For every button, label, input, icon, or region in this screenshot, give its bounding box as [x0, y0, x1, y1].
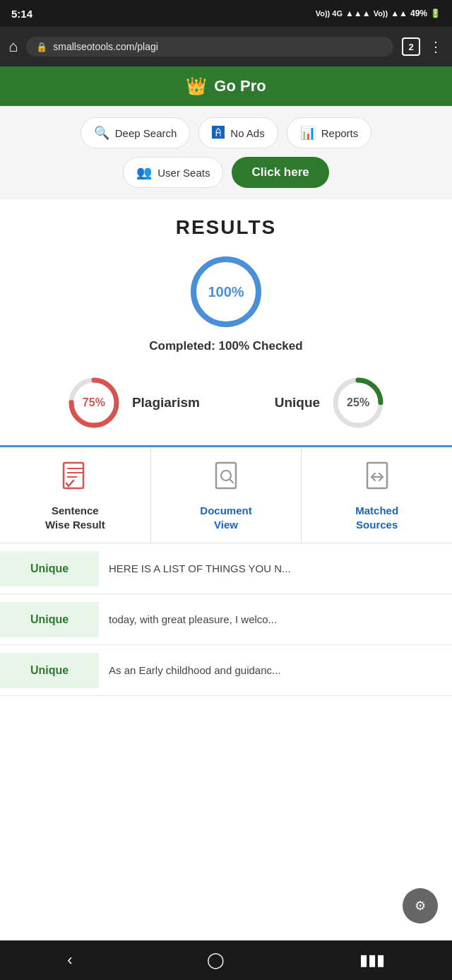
user-seats-label: User Seats — [157, 167, 210, 179]
result-badge-unique: Unique — [0, 602, 99, 637]
deep-search-button[interactable]: 🔍 Deep Search — [81, 117, 191, 148]
signal-icon: ▲▲▲ — [345, 8, 371, 18]
svg-rect-13 — [367, 463, 387, 488]
reports-button[interactable]: 📊 Reports — [287, 117, 372, 148]
document-view-icon — [210, 461, 242, 497]
badge-label: Unique — [30, 613, 69, 626]
result-badge-unique: Unique — [0, 551, 99, 586]
result-badge-unique: Unique — [0, 653, 99, 688]
ad-icon: 🅰 — [212, 126, 225, 141]
results-section: RESULTS 100% Completed: 100% Checked 75%… — [0, 199, 452, 445]
feature-row-1: 🔍 Deep Search 🅰 No Ads 📊 Reports — [14, 117, 438, 148]
results-table: Unique HERE IS A LIST OF THINGS YOU N...… — [0, 543, 452, 696]
floating-action-button[interactable]: ⚙ — [403, 888, 438, 923]
menu-dots-icon[interactable]: ⋮ — [429, 38, 444, 55]
status-icons: Vo)) 4G ▲▲▲ Vo)) ▲▲ 49% 🔋 — [316, 8, 441, 18]
go-pro-label: Go Pro — [214, 77, 266, 95]
reports-label: Reports — [321, 127, 359, 139]
feature-section: 🔍 Deep Search 🅰 No Ads 📊 Reports 👥 User … — [0, 106, 452, 199]
reports-icon: 📊 — [300, 125, 316, 141]
completed-text: Completed: 100% Checked — [14, 339, 438, 353]
badge-label: Unique — [30, 664, 69, 677]
tab-document-view[interactable]: Document View — [151, 447, 302, 543]
table-row: Unique HERE IS A LIST OF THINGS YOU N... — [0, 543, 452, 594]
result-content: HERE IS A LIST OF THINGS YOU N... — [99, 550, 452, 587]
users-icon: 👥 — [136, 165, 152, 180]
time: 5:14 — [11, 8, 32, 20]
plagiarism-stat: 75% Plagiarism — [66, 374, 200, 431]
home-icon[interactable]: ⌂ — [8, 37, 18, 56]
tab-sentence-wise[interactable]: Sentence Wise Result — [0, 447, 151, 543]
plagiarism-circle: 75% — [66, 374, 122, 431]
signal-text: Vo)) 4G — [316, 9, 343, 18]
unique-percent: 25% — [347, 396, 369, 409]
svg-rect-10 — [216, 463, 236, 488]
sentence-wise-label: Sentence Wise Result — [45, 504, 105, 531]
lock-icon: 🔒 — [36, 42, 47, 52]
home-nav-button[interactable]: ◯ — [193, 944, 239, 976]
plagiarism-label: Plagiarism — [132, 395, 200, 411]
tabs-section: Sentence Wise Result Document View Match… — [0, 447, 452, 543]
stats-row: 75% Plagiarism 25% Unique — [14, 367, 438, 445]
battery-text: 49% — [410, 8, 427, 18]
progress-circle-container: 100% — [14, 253, 438, 331]
lte2-icon: ▲▲ — [391, 8, 408, 18]
results-title: RESULTS — [14, 216, 438, 239]
tab-count[interactable]: 2 — [402, 37, 420, 56]
unique-label: Unique — [275, 395, 320, 411]
user-seats-button[interactable]: 👥 User Seats — [123, 157, 223, 188]
battery-icon: 🔋 — [430, 8, 441, 18]
plagiarism-percent: 75% — [83, 396, 105, 409]
matched-sources-label: Matched Sources — [355, 504, 398, 531]
result-content: today, with great pleasure, I welco... — [99, 601, 452, 638]
table-row: Unique today, with great pleasure, I wel… — [0, 594, 452, 645]
progress-circle: 100% — [187, 253, 265, 331]
url-bar[interactable]: 🔒 smallseotools.com/plagi — [26, 37, 393, 57]
browser-bar: ⌂ 🔒 smallseotools.com/plagi 2 ⋮ — [0, 27, 452, 66]
unique-circle: 25% — [330, 374, 386, 431]
feature-row-2: 👥 User Seats Click here — [14, 157, 438, 188]
unique-stat: 25% Unique — [275, 374, 386, 431]
sentence-wise-icon — [59, 461, 90, 497]
crown-icon: 👑 — [186, 76, 207, 96]
table-row: Unique As an Early childhood and guidanc… — [0, 645, 452, 696]
no-ads-button[interactable]: 🅰 No Ads — [198, 117, 278, 148]
result-content: As an Early childhood and guidanc... — [99, 651, 452, 689]
bottom-nav: ‹ ◯ ▮▮▮ — [0, 940, 452, 980]
svg-line-12 — [230, 479, 233, 483]
matched-sources-icon — [362, 461, 393, 497]
tab-matched-sources[interactable]: Matched Sources — [302, 447, 452, 543]
url-text: smallseotools.com/plagi — [53, 41, 383, 52]
back-button[interactable]: ‹ — [53, 944, 86, 976]
click-here-button[interactable]: Click here — [232, 157, 328, 188]
document-view-label: Document View — [200, 504, 251, 531]
lte2-text: Vo)) — [374, 9, 388, 18]
deep-search-label: Deep Search — [115, 127, 177, 139]
search-icon: 🔍 — [94, 125, 109, 141]
no-ads-label: No Ads — [230, 127, 264, 139]
floating-icon: ⚙ — [415, 898, 426, 914]
badge-label: Unique — [30, 562, 69, 575]
progress-percent: 100% — [208, 284, 244, 300]
go-pro-banner[interactable]: 👑 Go Pro — [0, 66, 452, 106]
status-bar: 5:14 Vo)) 4G ▲▲▲ Vo)) ▲▲ 49% 🔋 — [0, 0, 452, 27]
recents-button[interactable]: ▮▮▮ — [345, 944, 399, 976]
